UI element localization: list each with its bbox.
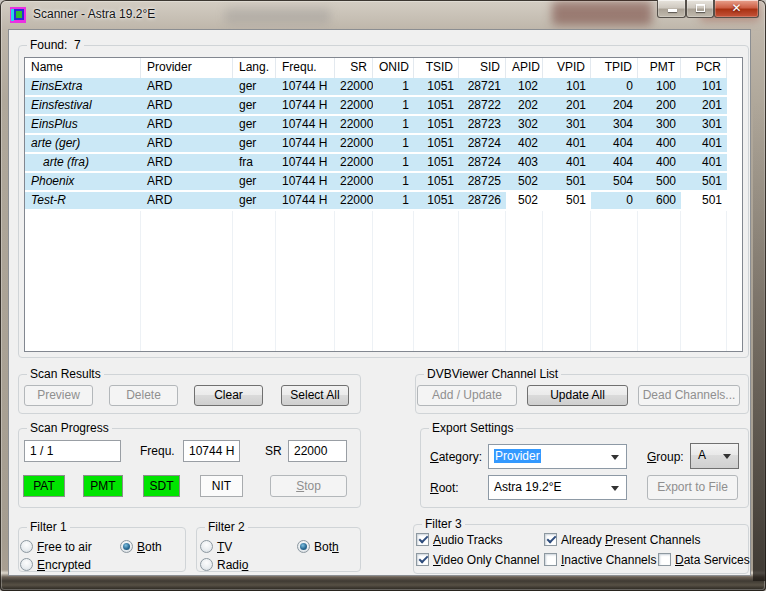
table-cell[interactable]: 28724 <box>459 135 506 152</box>
table-cell[interactable]: ger <box>233 116 276 133</box>
clear-button[interactable]: Clear <box>194 385 263 406</box>
table-cell[interactable]: 1051 <box>414 116 459 133</box>
table-cell[interactable]: 101 <box>543 78 591 95</box>
table-cell[interactable]: 302 <box>506 116 543 133</box>
table-cell[interactable]: 0 <box>591 192 638 209</box>
table-cell[interactable]: 10744 H <box>276 154 335 171</box>
delete-button[interactable]: Delete <box>109 385 178 406</box>
data-services-checkbox[interactable] <box>658 553 671 566</box>
table-cell[interactable]: 502 <box>506 192 543 209</box>
video-only-checkbox[interactable] <box>416 553 429 566</box>
table-cell[interactable]: EinsPlus <box>25 116 141 133</box>
table-row[interactable]: EinsfestivalARDger10744 H220001105128722… <box>25 97 742 116</box>
table-cell[interactable]: 1 <box>373 173 414 190</box>
group-combobox[interactable]: A <box>690 443 739 469</box>
table-cell[interactable]: Phoenix <box>25 173 141 190</box>
table-header[interactable]: NameProviderLang.Frequ.SRONIDTSIDSIDAPID… <box>25 58 742 78</box>
audio-tracks-checkbox[interactable] <box>416 533 429 546</box>
inactive-channels-label[interactable]: Inactive Channels <box>561 553 656 568</box>
table-cell[interactable]: 1051 <box>414 154 459 171</box>
inactive-channels-checkbox[interactable] <box>544 553 557 566</box>
filter1-both-label[interactable]: Both <box>137 540 162 555</box>
column-header-apid[interactable]: APID <box>506 58 543 78</box>
table-cell[interactable]: 504 <box>591 173 638 190</box>
select-all-button[interactable]: Select All <box>281 385 349 406</box>
table-cell[interactable]: 1051 <box>414 78 459 95</box>
table-cell[interactable]: 22000 <box>335 173 373 190</box>
table-cell[interactable]: 600 <box>638 192 681 209</box>
table-cell[interactable]: 22000 <box>335 78 373 95</box>
table-row[interactable]: Test-RARDger10744 H220001105128726502501… <box>25 192 742 211</box>
update-all-button[interactable]: Update All <box>527 385 628 406</box>
column-header-name[interactable]: Name <box>25 58 141 78</box>
sr-field[interactable]: 22000 <box>288 440 347 462</box>
table-cell[interactable]: arte (fra) <box>25 154 141 171</box>
table-cell[interactable]: ARD <box>141 173 233 190</box>
table-cell[interactable]: 22000 <box>335 192 373 209</box>
filter1-both-radio[interactable] <box>120 540 133 553</box>
table-cell[interactable]: 100 <box>638 78 681 95</box>
tv-label[interactable]: TV <box>217 540 232 555</box>
table-cell[interactable]: 301 <box>681 116 727 133</box>
table-cell[interactable]: 1 <box>373 97 414 114</box>
table-cell[interactable]: 304 <box>591 116 638 133</box>
table-cell[interactable]: 1051 <box>414 97 459 114</box>
table-cell[interactable]: 201 <box>543 97 591 114</box>
table-cell[interactable]: 501 <box>681 192 727 209</box>
data-services-label[interactable]: Data Services <box>675 553 750 568</box>
titlebar[interactable]: Scanner - Astra 19.2°E ✕ <box>0 0 766 30</box>
frequ-field[interactable]: 10744 H <box>183 440 240 462</box>
category-combobox[interactable]: Provider <box>488 444 627 469</box>
table-cell[interactable]: ARD <box>141 116 233 133</box>
export-to-file-button[interactable]: Export to File <box>647 475 738 500</box>
dead-channels-button[interactable]: Dead Channels... <box>638 385 740 406</box>
column-header-tsid[interactable]: TSID <box>414 58 459 78</box>
table-cell[interactable]: 404 <box>591 154 638 171</box>
column-header-onid[interactable]: ONID <box>373 58 414 78</box>
table-row[interactable]: PhoenixARDger10744 H22000110512872550250… <box>25 173 742 192</box>
column-header-lang[interactable]: Lang. <box>233 58 276 78</box>
table-cell[interactable]: 401 <box>543 154 591 171</box>
tv-radio[interactable] <box>200 540 213 553</box>
table-cell[interactable]: 28722 <box>459 97 506 114</box>
filter2-both-radio[interactable] <box>297 540 310 553</box>
channel-table[interactable]: NameProviderLang.Frequ.SRONIDTSIDSIDAPID… <box>24 57 743 352</box>
table-cell[interactable]: 1051 <box>414 135 459 152</box>
table-cell[interactable]: EinsExtra <box>25 78 141 95</box>
table-cell[interactable]: 403 <box>506 154 543 171</box>
table-cell[interactable]: 1 <box>373 116 414 133</box>
close-button[interactable]: ✕ <box>714 0 759 18</box>
table-cell[interactable]: ger <box>233 78 276 95</box>
table-cell[interactable]: fra <box>233 154 276 171</box>
table-cell[interactable]: 1051 <box>414 173 459 190</box>
table-cell[interactable]: 10744 H <box>276 173 335 190</box>
app-icon[interactable] <box>10 7 26 23</box>
column-header-tpid[interactable]: TPID <box>591 58 638 78</box>
table-cell[interactable]: 204 <box>591 97 638 114</box>
root-combobox[interactable]: Astra 19.2°E <box>488 475 627 500</box>
table-cell[interactable]: arte (ger) <box>25 135 141 152</box>
minimize-button[interactable] <box>657 0 686 18</box>
table-cell[interactable]: 401 <box>543 135 591 152</box>
table-cell[interactable]: 401 <box>681 154 727 171</box>
already-present-label[interactable]: Already Present Channels <box>561 533 700 548</box>
table-row[interactable]: arte (ger)ARDger10744 H22000110512872440… <box>25 135 742 154</box>
table-cell[interactable]: 10744 H <box>276 116 335 133</box>
free-to-air-radio[interactable] <box>20 540 33 553</box>
table-cell[interactable]: 10744 H <box>276 97 335 114</box>
radio-filter-label[interactable]: Radio <box>217 558 248 573</box>
encrypted-radio[interactable] <box>20 558 33 571</box>
progress-field[interactable]: 1 / 1 <box>24 440 121 462</box>
column-header-sid[interactable]: SID <box>459 58 506 78</box>
table-cell[interactable]: 201 <box>681 97 727 114</box>
table-cell[interactable]: 28721 <box>459 78 506 95</box>
table-cell[interactable]: 101 <box>681 78 727 95</box>
already-present-checkbox[interactable] <box>544 533 557 546</box>
table-cell[interactable]: ger <box>233 173 276 190</box>
table-cell[interactable]: 200 <box>638 97 681 114</box>
table-cell[interactable]: 501 <box>543 173 591 190</box>
maximize-button[interactable] <box>686 0 714 18</box>
table-cell[interactable]: 28725 <box>459 173 506 190</box>
table-cell[interactable]: 22000 <box>335 97 373 114</box>
table-cell[interactable]: 500 <box>638 173 681 190</box>
